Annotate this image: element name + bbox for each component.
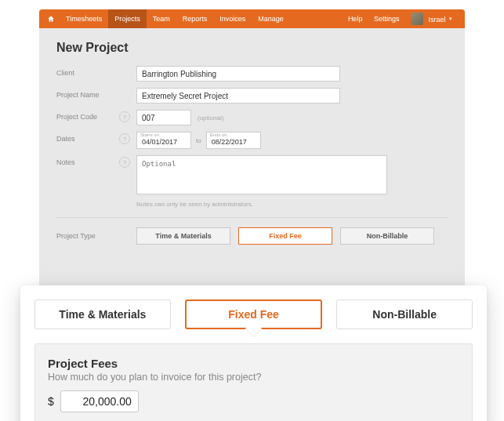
nav-projects[interactable]: Projects: [108, 9, 147, 28]
client-select[interactable]: [136, 66, 340, 82]
chevron-down-icon: ▾: [449, 16, 452, 21]
help-icon[interactable]: ?: [119, 157, 130, 168]
currency-symbol: $: [48, 395, 54, 408]
project-type-card: Time & Materials Fixed Fee Non-Billable …: [20, 285, 487, 421]
notes-textarea[interactable]: [136, 155, 387, 194]
project-fees-title: Project Fees: [48, 357, 459, 370]
project-name-input[interactable]: [136, 88, 340, 103]
tab-fixed-fee[interactable]: Fixed Fee: [185, 299, 323, 329]
project-fees-subtitle: How much do you plan to invoice for this…: [48, 372, 459, 383]
tab-non-billable[interactable]: Non-Billable: [336, 299, 473, 329]
app-window: Timesheets Projects Team Reports Invoice…: [39, 9, 465, 292]
nav-help[interactable]: Help: [343, 15, 368, 23]
page-title: New Project: [56, 41, 448, 55]
ends-on-label: Ends on: [210, 132, 227, 137]
nav-invoices[interactable]: Invoices: [213, 9, 252, 28]
label-dates: Dates: [56, 132, 119, 143]
project-code-input[interactable]: [136, 110, 191, 125]
label-notes: Notes: [56, 155, 119, 166]
avatar: [411, 13, 423, 25]
help-icon[interactable]: ?: [119, 111, 130, 122]
navbar: Timesheets Projects Team Reports Invoice…: [39, 9, 465, 28]
project-type-non-billable[interactable]: Non-Billable: [340, 227, 434, 245]
label-project-name: Project Name: [56, 88, 119, 99]
help-icon[interactable]: ?: [119, 133, 130, 144]
project-type-time-materials[interactable]: Time & Materials: [136, 227, 230, 245]
nav-settings[interactable]: Settings: [369, 15, 404, 23]
project-type-fixed-fee[interactable]: Fixed Fee: [238, 227, 332, 245]
notes-hint: Notes can only be seen by administrators…: [136, 201, 448, 208]
starts-on-label: Starts on: [140, 132, 159, 137]
home-icon[interactable]: [47, 15, 55, 23]
divider: [56, 217, 448, 218]
to-text: to: [196, 137, 201, 144]
user-name: Israel: [428, 15, 445, 23]
label-project-code: Project Code: [56, 110, 119, 121]
nav-timesheets[interactable]: Timesheets: [60, 9, 108, 28]
project-fee-input[interactable]: [60, 390, 139, 412]
nav-reports[interactable]: Reports: [176, 9, 214, 28]
nav-team[interactable]: Team: [147, 9, 176, 28]
optional-text: (optional): [198, 114, 223, 122]
tab-time-materials[interactable]: Time & Materials: [34, 299, 171, 329]
project-fees-panel: Project Fees How much do you plan to inv…: [34, 343, 473, 421]
label-client: Client: [56, 66, 119, 77]
label-project-type: Project Type: [56, 232, 136, 240]
user-menu[interactable]: Israel ▾: [406, 15, 457, 23]
nav-manage[interactable]: Manage: [252, 9, 290, 28]
